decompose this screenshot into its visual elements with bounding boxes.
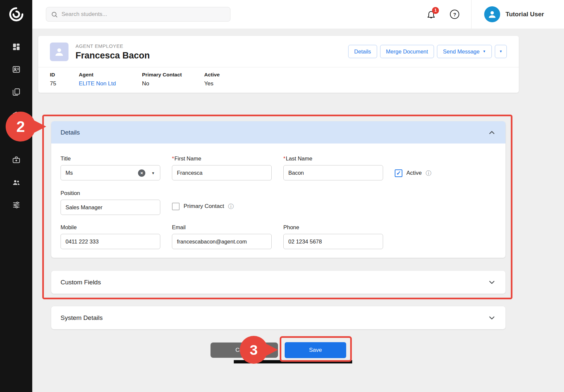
details-panel-body: Title Ms ✕ ▼ * First Name * Last Name — [51, 144, 505, 258]
notification-badge: 1 — [432, 7, 439, 14]
chevron-down-icon[interactable] — [488, 278, 496, 287]
header-actions: Details Merge Document Send Message ▼ ▼ — [348, 45, 507, 58]
first-name-field: * First Name — [172, 155, 272, 181]
mobile-field: Mobile — [61, 224, 160, 249]
user-avatar[interactable] — [484, 6, 500, 22]
sidebar-item-services[interactable] — [0, 148, 32, 171]
contact-card-icon — [12, 65, 21, 74]
details-panel-header[interactable]: Details — [51, 121, 505, 144]
topbar-right: 1 ? Tutorial User — [426, 0, 564, 29]
email-label: Email — [172, 224, 272, 231]
primary-contact-label: Primary Contact — [184, 203, 224, 210]
check-icon: ✓ — [396, 170, 401, 176]
user-name[interactable]: Tutorial User — [505, 11, 544, 18]
agent-link[interactable]: ELITE Non Ltd — [79, 80, 142, 87]
system-details-title: System Details — [61, 314, 103, 322]
search-icon — [51, 11, 58, 18]
details-button[interactable]: Details — [348, 45, 377, 58]
sidebar-item-courses[interactable] — [0, 103, 32, 126]
search-box[interactable] — [46, 7, 230, 22]
active-label: Active — [406, 170, 422, 176]
position-label: Position — [61, 190, 160, 196]
phone-input[interactable] — [283, 234, 383, 249]
title-value: Ms — [66, 170, 73, 176]
sidebar-item-settings[interactable] — [0, 194, 32, 216]
caret-down-icon[interactable]: ▼ — [151, 171, 155, 175]
meta-primary-contact: Primary Contact No — [142, 72, 204, 87]
help-icon: ? — [453, 12, 456, 17]
caret-down-icon: ▼ — [483, 50, 486, 53]
record-header-top: AGENT EMPLOYEE Francesca Bacon Details M… — [38, 36, 519, 67]
sliders-icon — [12, 201, 21, 209]
sidebar-item-applications[interactable] — [0, 126, 32, 148]
first-name-label: * First Name — [172, 155, 272, 162]
people-icon — [12, 178, 21, 187]
position-input[interactable] — [61, 200, 160, 215]
sidebar-item-agents[interactable] — [0, 171, 32, 194]
chevron-up-icon[interactable] — [488, 128, 496, 137]
entity-avatar — [50, 43, 69, 61]
meta-id: ID 75 — [50, 72, 79, 87]
email-field: Email — [172, 224, 272, 249]
logo-swirl-icon — [8, 6, 25, 23]
cropped-element-edge — [234, 360, 352, 363]
meta-active: Active Yes — [204, 72, 220, 87]
title-select[interactable]: Ms ✕ ▼ — [61, 165, 160, 180]
topbar-divider — [471, 0, 472, 29]
more-actions-button[interactable]: ▼ — [495, 45, 507, 58]
sidebar-nav — [0, 36, 32, 216]
clear-icon[interactable]: ✕ — [138, 169, 145, 177]
info-icon[interactable]: ⓘ — [228, 203, 234, 210]
active-checkbox[interactable]: ✓ — [395, 169, 402, 177]
first-name-input[interactable] — [172, 165, 272, 180]
active-field: ✓ Active ⓘ — [395, 165, 496, 181]
mobile-label: Mobile — [61, 224, 160, 231]
person-icon — [54, 46, 65, 57]
documents-icon — [12, 88, 21, 96]
merge-document-button[interactable]: Merge Document — [380, 45, 434, 58]
sidebar-item-contacts[interactable] — [0, 58, 32, 81]
search-input[interactable] — [62, 11, 225, 18]
last-name-label: * Last Name — [283, 155, 383, 162]
dashboard-icon — [12, 43, 21, 51]
record-meta-row: ID 75 Agent ELITE Non Ltd Primary Contac… — [38, 67, 519, 93]
help-button[interactable]: ? — [450, 10, 459, 19]
system-details-panel[interactable]: System Details — [51, 306, 505, 329]
custom-fields-panel[interactable]: Custom Fields — [51, 271, 505, 294]
primary-contact-checkbox[interactable] — [172, 203, 180, 210]
caret-down-icon: ▼ — [499, 50, 502, 53]
last-name-input[interactable] — [283, 165, 383, 180]
required-asterisk: * — [283, 155, 285, 162]
app-logo[interactable] — [0, 0, 32, 29]
primary-contact-field: Primary Contact ⓘ — [172, 199, 272, 214]
entity-text: AGENT EMPLOYEE Francesca Bacon — [75, 43, 150, 61]
sidebar-item-documents[interactable] — [0, 81, 32, 103]
info-icon[interactable]: ⓘ — [426, 169, 431, 177]
title-field: Title Ms ✕ ▼ — [61, 155, 160, 181]
position-field: Position — [61, 190, 160, 215]
phone-field: Phone — [283, 224, 383, 249]
cancel-button[interactable]: Cancel — [211, 343, 278, 358]
save-button[interactable]: Save — [285, 342, 346, 358]
phone-label: Phone — [283, 224, 383, 231]
sidebar-item-dashboard[interactable] — [0, 36, 32, 58]
send-message-button[interactable]: Send Message ▼ — [437, 45, 492, 58]
custom-fields-title: Custom Fields — [61, 279, 101, 286]
chevron-down-icon[interactable] — [488, 314, 496, 322]
user-icon — [487, 9, 497, 19]
box-icon — [12, 133, 21, 142]
annotation-arrow-2 — [32, 119, 46, 134]
required-asterisk: * — [172, 155, 174, 162]
details-panel: Details Title Ms ✕ ▼ * First Name — [51, 121, 505, 258]
graduation-cap-icon — [12, 110, 21, 119]
title-label: Title — [61, 155, 160, 162]
details-panel-title: Details — [61, 129, 80, 136]
last-name-field: * Last Name — [283, 155, 383, 181]
entity-type-label: AGENT EMPLOYEE — [75, 43, 150, 49]
notifications-button[interactable]: 1 — [426, 10, 436, 19]
mobile-input[interactable] — [61, 234, 160, 249]
page-title: Francesca Bacon — [75, 50, 150, 61]
record-header-card: AGENT EMPLOYEE Francesca Bacon Details M… — [38, 36, 519, 93]
email-input[interactable] — [172, 234, 272, 249]
sidebar — [0, 0, 32, 392]
